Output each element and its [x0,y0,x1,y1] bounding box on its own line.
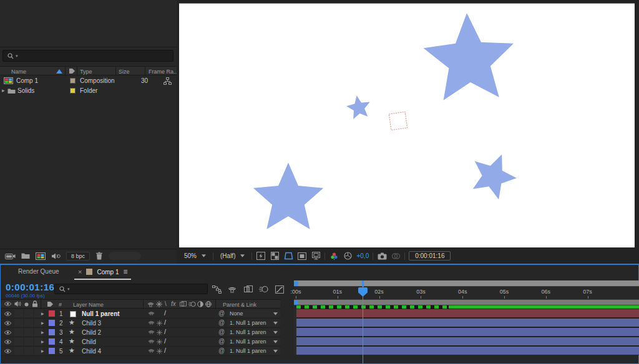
eye-column-icon[interactable] [4,301,12,307]
close-icon[interactable]: × [78,268,82,275]
playhead-line[interactable] [363,287,363,364]
layer-duration-bar-3[interactable] [296,327,639,336]
composition-stage[interactable] [179,3,635,247]
frame-blend-icon[interactable] [243,285,254,294]
composition-mini-flowchart-icon[interactable] [211,285,222,294]
column-frame-rate[interactable]: Frame Ra.. [149,69,177,75]
audio-cell[interactable] [14,347,23,355]
layer-label-swatch[interactable] [49,310,55,317]
bit-depth-button[interactable]: 8 bpc [66,252,90,261]
pick-whip-icon[interactable]: @ [218,319,225,326]
column-layer-name[interactable]: Layer Name [73,302,104,308]
expand-arrow-icon[interactable]: ▸ [41,310,44,317]
shy-switch[interactable] [148,310,155,317]
trash-icon[interactable] [95,252,103,260]
solo-cell[interactable] [24,319,33,327]
layer-label-swatch[interactable] [49,329,55,335]
quality-switch[interactable]: / [164,337,166,345]
layer-duration-bar-2[interactable] [296,318,639,327]
parent-select[interactable]: 1. Null 1 paren [227,328,280,336]
panel-menu-icon[interactable]: ≡ [123,267,127,276]
quality-switch-icon[interactable]: \ [165,300,167,307]
quality-switch[interactable]: / [164,318,166,326]
audio-cell[interactable] [14,319,23,327]
layer-duration-bar-4[interactable] [296,337,639,345]
collapse-transformations-icon[interactable] [156,301,162,307]
layer-row-2[interactable]: ▸2★Child 3/@1. Null 1 paren [1,318,280,328]
channel-select-icon[interactable] [329,252,339,261]
shy-toggle-icon[interactable] [227,285,238,294]
column-parent-link[interactable]: Parent & Link [223,302,256,308]
snapshot-camera-icon[interactable] [377,252,387,261]
pick-whip-icon[interactable]: @ [218,347,225,354]
shy-switch[interactable] [148,348,155,354]
project-item-solids[interactable]: ▸ Solids Folder [0,86,177,96]
preview-timecode[interactable]: 0:00:01:16 [409,251,451,261]
timeline-navigator-bar[interactable] [294,280,639,287]
guides-grid-icon[interactable] [297,252,307,261]
lock-column-icon[interactable] [32,300,38,307]
layer-row-4[interactable]: ▸4★Child/@1. Null 1 paren [1,337,280,347]
view-layout-icon[interactable] [311,252,321,261]
layer-label-swatch[interactable] [49,348,55,354]
label-color-swatch[interactable] [70,78,76,84]
layer-duration-bar-1[interactable] [296,309,639,317]
current-timecode[interactable]: 0:00:01:16 [6,282,54,292]
time-ruler[interactable]: :00s01s02s03s04s05s06s07s [294,287,639,299]
eye-icon[interactable] [4,311,12,317]
collapse-switch[interactable] [157,330,162,335]
region-of-interest-icon[interactable] [283,252,293,261]
shy-switch-icon[interactable] [147,301,154,307]
exposure-value[interactable]: +0,0 [356,252,369,259]
new-folder-icon[interactable] [21,252,30,259]
pick-whip-icon[interactable]: @ [218,328,225,335]
expand-arrow-icon[interactable]: ▸ [41,338,44,345]
quality-switch[interactable]: / [164,347,166,354]
parent-select[interactable]: 1. Null 1 paren [227,319,280,327]
layer-row-5[interactable]: ▸5★Child 4/@1. Null 1 paren [1,347,280,356]
exposure-icon[interactable] [343,252,353,261]
shy-switch[interactable] [148,320,155,326]
project-item-comp1[interactable]: Comp 1 Composition 30 [0,76,177,86]
star-shape-4[interactable] [473,155,517,199]
expand-arrow-icon[interactable]: ▸ [41,348,44,354]
layer-label-swatch[interactable] [49,338,55,345]
solo-cell[interactable] [24,347,33,355]
column-type[interactable]: Type [80,69,92,75]
eye-icon[interactable] [4,348,12,354]
layer-row-1[interactable]: ▸1Null 1 parent/@None [1,309,280,318]
graph-editor-icon[interactable] [274,285,285,294]
work-area-start-handle[interactable] [294,300,298,305]
layer-name[interactable]: Child [82,338,96,345]
star-shape-2[interactable] [346,95,370,119]
layer-name[interactable]: Child 3 [82,320,101,327]
navigator-start-handle[interactable] [294,281,298,286]
collapse-switch[interactable] [157,348,162,354]
star-shape-1[interactable] [424,13,514,100]
adjustment-layer-switch-icon[interactable] [197,301,203,307]
parent-select[interactable]: None [227,310,280,317]
shy-switch[interactable] [148,329,155,335]
resolution-select[interactable]: (Half) [217,251,248,261]
tab-comp1[interactable]: × Comp 1 ≡ [74,265,131,280]
column-name[interactable]: Name [11,69,26,75]
solo-cell[interactable] [24,338,33,345]
solo-cell[interactable] [24,310,33,317]
layer-name[interactable]: Child 4 [82,348,101,355]
null-object-outline[interactable] [389,112,407,130]
transparency-grid-icon[interactable] [270,252,280,261]
project-search-input[interactable]: ▾ [2,50,173,62]
audio-column-icon[interactable] [14,300,21,307]
audio-cell[interactable] [14,328,23,336]
column-number[interactable]: # [59,302,62,308]
layer-label-swatch[interactable] [49,320,55,326]
footage-icon[interactable] [5,252,16,260]
collapse-switch[interactable] [157,320,162,326]
interpret-footage-icon[interactable] [51,252,61,260]
audio-cell[interactable] [14,338,23,345]
quality-switch[interactable]: / [164,309,166,317]
label-color-swatch[interactable] [70,88,76,93]
3d-layer-switch-icon[interactable] [205,301,212,307]
label-column-icon[interactable] [47,301,54,308]
new-composition-icon[interactable] [36,252,46,260]
